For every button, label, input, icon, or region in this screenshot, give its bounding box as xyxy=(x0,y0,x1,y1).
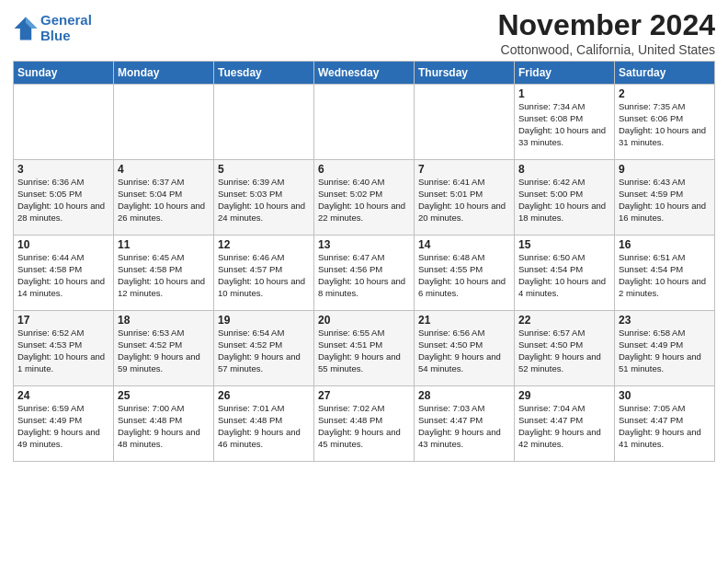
day-num-6: 6 xyxy=(318,163,410,176)
page-container: General Blue November 2024 Cottonwood, C… xyxy=(0,0,728,467)
day-info-28: Sunrise: 7:03 AM Sunset: 4:47 PM Dayligh… xyxy=(418,403,510,450)
cell-1-2: 5Sunrise: 6:39 AM Sunset: 5:03 PM Daylig… xyxy=(214,160,314,236)
cell-4-3: 27Sunrise: 7:02 AM Sunset: 4:48 PM Dayli… xyxy=(314,386,415,462)
day-num-2: 2 xyxy=(619,87,711,100)
day-info-18: Sunrise: 6:53 AM Sunset: 4:52 PM Dayligh… xyxy=(118,327,210,374)
cell-0-1 xyxy=(114,85,214,160)
week-row-3: 17Sunrise: 6:52 AM Sunset: 4:53 PM Dayli… xyxy=(14,311,715,386)
cell-2-1: 11Sunrise: 6:45 AM Sunset: 4:58 PM Dayli… xyxy=(114,236,214,311)
day-num-10: 10 xyxy=(17,238,109,251)
location: Cottonwood, California, United States xyxy=(497,42,715,57)
cell-3-6: 23Sunrise: 6:58 AM Sunset: 4:49 PM Dayli… xyxy=(615,311,715,386)
day-num-13: 13 xyxy=(318,238,410,251)
col-tuesday: Tuesday xyxy=(214,62,314,85)
cell-0-2 xyxy=(214,85,314,160)
day-num-1: 1 xyxy=(518,87,610,100)
cell-3-4: 21Sunrise: 6:56 AM Sunset: 4:50 PM Dayli… xyxy=(415,311,515,386)
day-info-13: Sunrise: 6:47 AM Sunset: 4:56 PM Dayligh… xyxy=(318,252,410,299)
day-num-12: 12 xyxy=(218,238,310,251)
day-num-15: 15 xyxy=(518,238,610,251)
logo: General Blue xyxy=(13,13,92,43)
day-info-9: Sunrise: 6:43 AM Sunset: 4:59 PM Dayligh… xyxy=(619,177,711,224)
day-info-5: Sunrise: 6:39 AM Sunset: 5:03 PM Dayligh… xyxy=(218,177,310,224)
week-row-0: 1Sunrise: 7:34 AM Sunset: 6:08 PM Daylig… xyxy=(14,85,715,160)
day-info-1: Sunrise: 7:34 AM Sunset: 6:08 PM Dayligh… xyxy=(518,101,610,148)
logo-icon xyxy=(13,16,39,41)
day-info-10: Sunrise: 6:44 AM Sunset: 4:58 PM Dayligh… xyxy=(17,252,109,299)
day-num-9: 9 xyxy=(619,163,711,176)
day-num-11: 11 xyxy=(118,238,210,251)
col-sunday: Sunday xyxy=(14,62,114,85)
day-num-23: 23 xyxy=(619,314,711,327)
cell-2-6: 16Sunrise: 6:51 AM Sunset: 4:54 PM Dayli… xyxy=(615,236,715,311)
cell-4-1: 25Sunrise: 7:00 AM Sunset: 4:48 PM Dayli… xyxy=(114,386,214,462)
cell-3-0: 17Sunrise: 6:52 AM Sunset: 4:53 PM Dayli… xyxy=(14,311,114,386)
day-num-26: 26 xyxy=(218,389,310,402)
day-num-20: 20 xyxy=(318,314,410,327)
day-num-8: 8 xyxy=(518,163,610,176)
day-info-22: Sunrise: 6:57 AM Sunset: 4:50 PM Dayligh… xyxy=(518,327,610,374)
day-num-3: 3 xyxy=(17,163,109,176)
day-num-25: 25 xyxy=(118,389,210,402)
day-num-28: 28 xyxy=(418,389,510,402)
day-num-21: 21 xyxy=(418,314,510,327)
cell-0-6: 2Sunrise: 7:35 AM Sunset: 6:06 PM Daylig… xyxy=(615,85,715,160)
day-num-22: 22 xyxy=(518,314,610,327)
day-info-16: Sunrise: 6:51 AM Sunset: 4:54 PM Dayligh… xyxy=(619,252,711,299)
cell-1-4: 7Sunrise: 6:41 AM Sunset: 5:01 PM Daylig… xyxy=(415,160,515,236)
col-saturday: Saturday xyxy=(615,62,715,85)
cell-0-4 xyxy=(415,85,515,160)
day-num-17: 17 xyxy=(17,314,109,327)
day-info-20: Sunrise: 6:55 AM Sunset: 4:51 PM Dayligh… xyxy=(318,327,410,374)
week-row-1: 3Sunrise: 6:36 AM Sunset: 5:05 PM Daylig… xyxy=(14,160,715,236)
day-num-5: 5 xyxy=(218,163,310,176)
day-info-17: Sunrise: 6:52 AM Sunset: 4:53 PM Dayligh… xyxy=(17,327,109,374)
day-info-25: Sunrise: 7:00 AM Sunset: 4:48 PM Dayligh… xyxy=(118,403,210,450)
logo-text: General Blue xyxy=(40,13,92,43)
cell-1-1: 4Sunrise: 6:37 AM Sunset: 5:04 PM Daylig… xyxy=(114,160,214,236)
cell-1-6: 9Sunrise: 6:43 AM Sunset: 4:59 PM Daylig… xyxy=(615,160,715,236)
day-info-24: Sunrise: 6:59 AM Sunset: 4:49 PM Dayligh… xyxy=(17,403,109,450)
cell-3-3: 20Sunrise: 6:55 AM Sunset: 4:51 PM Dayli… xyxy=(314,311,415,386)
cell-2-5: 15Sunrise: 6:50 AM Sunset: 4:54 PM Dayli… xyxy=(515,236,615,311)
day-info-4: Sunrise: 6:37 AM Sunset: 5:04 PM Dayligh… xyxy=(118,177,210,224)
day-info-6: Sunrise: 6:40 AM Sunset: 5:02 PM Dayligh… xyxy=(318,177,410,224)
day-info-11: Sunrise: 6:45 AM Sunset: 4:58 PM Dayligh… xyxy=(118,252,210,299)
calendar-table: Sunday Monday Tuesday Wednesday Thursday… xyxy=(13,61,715,462)
cell-2-2: 12Sunrise: 6:46 AM Sunset: 4:57 PM Dayli… xyxy=(214,236,314,311)
title-block: November 2024 Cottonwood, California, Un… xyxy=(497,9,715,57)
day-num-29: 29 xyxy=(518,389,610,402)
cell-0-5: 1Sunrise: 7:34 AM Sunset: 6:08 PM Daylig… xyxy=(515,85,615,160)
cell-0-0 xyxy=(14,85,114,160)
cell-4-6: 30Sunrise: 7:05 AM Sunset: 4:47 PM Dayli… xyxy=(615,386,715,462)
cell-4-2: 26Sunrise: 7:01 AM Sunset: 4:48 PM Dayli… xyxy=(214,386,314,462)
day-num-4: 4 xyxy=(118,163,210,176)
cell-2-4: 14Sunrise: 6:48 AM Sunset: 4:55 PM Dayli… xyxy=(415,236,515,311)
day-info-14: Sunrise: 6:48 AM Sunset: 4:55 PM Dayligh… xyxy=(418,252,510,299)
header-row: Sunday Monday Tuesday Wednesday Thursday… xyxy=(14,62,715,85)
day-info-27: Sunrise: 7:02 AM Sunset: 4:48 PM Dayligh… xyxy=(318,403,410,450)
cell-3-5: 22Sunrise: 6:57 AM Sunset: 4:50 PM Dayli… xyxy=(515,311,615,386)
cell-4-0: 24Sunrise: 6:59 AM Sunset: 4:49 PM Dayli… xyxy=(14,386,114,462)
day-info-29: Sunrise: 7:04 AM Sunset: 4:47 PM Dayligh… xyxy=(518,403,610,450)
day-num-24: 24 xyxy=(17,389,109,402)
col-friday: Friday xyxy=(515,62,615,85)
day-num-18: 18 xyxy=(118,314,210,327)
day-info-3: Sunrise: 6:36 AM Sunset: 5:05 PM Dayligh… xyxy=(17,177,109,224)
day-info-8: Sunrise: 6:42 AM Sunset: 5:00 PM Dayligh… xyxy=(518,177,610,224)
col-wednesday: Wednesday xyxy=(314,62,415,85)
col-thursday: Thursday xyxy=(415,62,515,85)
day-num-19: 19 xyxy=(218,314,310,327)
day-info-12: Sunrise: 6:46 AM Sunset: 4:57 PM Dayligh… xyxy=(218,252,310,299)
day-num-7: 7 xyxy=(418,163,510,176)
day-num-30: 30 xyxy=(619,389,711,402)
header: General Blue November 2024 Cottonwood, C… xyxy=(13,9,715,57)
day-info-2: Sunrise: 7:35 AM Sunset: 6:06 PM Dayligh… xyxy=(619,101,711,148)
day-info-15: Sunrise: 6:50 AM Sunset: 4:54 PM Dayligh… xyxy=(518,252,610,299)
week-row-4: 24Sunrise: 6:59 AM Sunset: 4:49 PM Dayli… xyxy=(14,386,715,462)
col-monday: Monday xyxy=(114,62,214,85)
cell-2-3: 13Sunrise: 6:47 AM Sunset: 4:56 PM Dayli… xyxy=(314,236,415,311)
month-title: November 2024 xyxy=(497,9,715,41)
day-info-23: Sunrise: 6:58 AM Sunset: 4:49 PM Dayligh… xyxy=(619,327,711,374)
cell-3-2: 19Sunrise: 6:54 AM Sunset: 4:52 PM Dayli… xyxy=(214,311,314,386)
